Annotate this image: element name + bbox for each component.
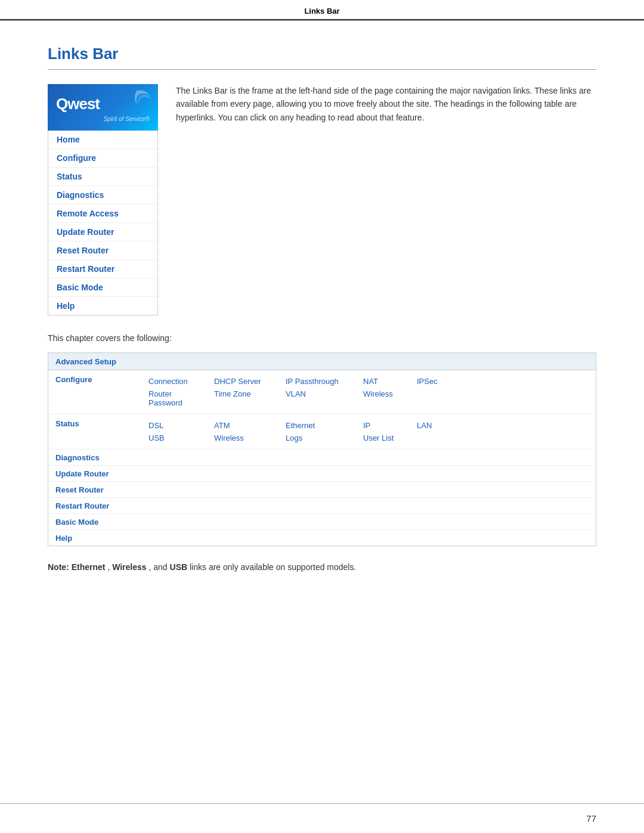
link-reset-router[interactable]: Reset Router xyxy=(55,485,104,494)
sidebar-nav-home[interactable]: Home xyxy=(48,131,157,149)
link-connection[interactable]: Connection xyxy=(144,376,209,387)
chapter-intro: This chapter covers the following: xyxy=(48,333,596,343)
link-diagnostics[interactable]: Diagnostics xyxy=(55,453,100,462)
link-wireless-status[interactable]: Wireless xyxy=(209,432,281,444)
header-title: Links Bar xyxy=(304,7,339,16)
link-ip[interactable]: IP xyxy=(358,420,412,431)
table-body: Configure Connection DHCP Server IP Pass… xyxy=(48,370,596,546)
intro-text: The Links Bar is the frame at the left-h… xyxy=(176,84,596,124)
link-time-zone[interactable]: Time Zone xyxy=(209,388,281,408)
note-suffix: links are only available on supported mo… xyxy=(190,562,356,572)
note-label: Note: xyxy=(48,562,72,572)
configure-label[interactable]: Configure xyxy=(48,373,144,411)
sidebar-nav-remote-access[interactable]: Remote Access xyxy=(48,205,157,223)
top-header: Links Bar xyxy=(0,0,644,20)
status-label[interactable]: Status xyxy=(48,417,144,447)
link-dsl[interactable]: DSL xyxy=(144,420,209,431)
table-row-update-router: Update Router xyxy=(48,466,596,482)
table-row-configure: Configure Connection DHCP Server IP Pass… xyxy=(48,370,596,414)
page-title: Links Bar xyxy=(48,45,596,70)
sidebar-nav-help[interactable]: Help xyxy=(48,297,157,315)
sidebar-nav-update-router[interactable]: Update Router xyxy=(48,223,157,241)
qwest-logo: Qwest xyxy=(56,95,150,113)
spirit-of-service-text: Spirit of Service® xyxy=(56,116,150,122)
qwest-logo-text: Qwest xyxy=(56,95,100,113)
link-atm[interactable]: ATM xyxy=(209,420,281,431)
table-row-basic-mode: Basic Mode xyxy=(48,514,596,530)
link-ipsec[interactable]: IPSec xyxy=(412,376,460,387)
table-row-status: Status DSL ATM Ethernet IP LAN xyxy=(48,414,596,450)
table-header-row: Advanced Setup xyxy=(48,353,596,370)
note-section: Note: Ethernet , Wireless , and USB link… xyxy=(48,561,596,574)
configure-links: Connection DHCP Server IP Passthrough NA… xyxy=(144,373,596,411)
qwest-swoosh-icon xyxy=(131,88,152,110)
link-dhcp-server[interactable]: DHCP Server xyxy=(209,376,281,387)
page-number: 77 xyxy=(586,813,596,823)
note-text: Note: Ethernet , Wireless , and USB link… xyxy=(48,561,596,574)
note-comma-1: , xyxy=(107,562,112,572)
link-restart-router[interactable]: Restart Router xyxy=(55,501,109,510)
link-usb[interactable]: USB xyxy=(144,432,209,444)
sidebar-nav-diagnostics[interactable]: Diagnostics xyxy=(48,186,157,205)
table-row-reset-router: Reset Router xyxy=(48,482,596,498)
links-table: Advanced Setup Configure Connection DHCP… xyxy=(48,352,596,546)
link-help[interactable]: Help xyxy=(55,534,72,543)
table-row-restart-router: Restart Router xyxy=(48,498,596,514)
link-ethernet[interactable]: Ethernet xyxy=(281,420,358,431)
status-links: DSL ATM Ethernet IP LAN USB Wireless Log… xyxy=(144,417,596,447)
link-lan[interactable]: LAN xyxy=(412,420,460,431)
sidebar-logo-area: Qwest Spirit of Service® xyxy=(48,84,158,131)
link-nat[interactable]: NAT xyxy=(358,376,412,387)
note-usb: USB xyxy=(170,562,188,572)
link-wireless-configure[interactable]: Wireless xyxy=(358,388,412,408)
sidebar-nav-reset-router[interactable]: Reset Router xyxy=(48,241,157,260)
note-wireless: Wireless xyxy=(112,562,146,572)
footer: 77 xyxy=(0,803,644,833)
sidebar-nav-configure[interactable]: Configure xyxy=(48,149,157,168)
link-basic-mode[interactable]: Basic Mode xyxy=(55,518,98,527)
sidebar-nav: Home Configure Status Diagnostics Remote… xyxy=(48,131,158,315)
table-row-diagnostics: Diagnostics xyxy=(48,450,596,466)
link-ip-passthrough[interactable]: IP Passthrough xyxy=(281,376,358,387)
sidebar-nav-basic-mode[interactable]: Basic Mode xyxy=(48,278,157,297)
link-router-password[interactable]: Router Password xyxy=(144,388,209,408)
main-content: Links Bar Qwest Spirit of Service® xyxy=(0,21,644,803)
note-ethernet: Ethernet xyxy=(72,562,106,572)
intro-section: Qwest Spirit of Service® Home Configure … xyxy=(48,84,596,315)
link-logs[interactable]: Logs xyxy=(281,432,358,444)
table-header-label: Advanced Setup xyxy=(55,357,116,366)
sidebar-mockup: Qwest Spirit of Service® Home Configure … xyxy=(48,84,158,315)
intro-description: The Links Bar is the frame at the left-h… xyxy=(176,84,596,315)
sidebar-nav-restart-router[interactable]: Restart Router xyxy=(48,260,157,278)
table-row-help: Help xyxy=(48,530,596,546)
note-comma-2: , and xyxy=(149,562,170,572)
link-vlan[interactable]: VLAN xyxy=(281,388,358,408)
link-user-list[interactable]: User List xyxy=(358,432,412,444)
link-update-router[interactable]: Update Router xyxy=(55,469,109,478)
sidebar-nav-status[interactable]: Status xyxy=(48,168,157,186)
page-wrapper: Links Bar Links Bar Qwest Spi xyxy=(0,0,644,833)
